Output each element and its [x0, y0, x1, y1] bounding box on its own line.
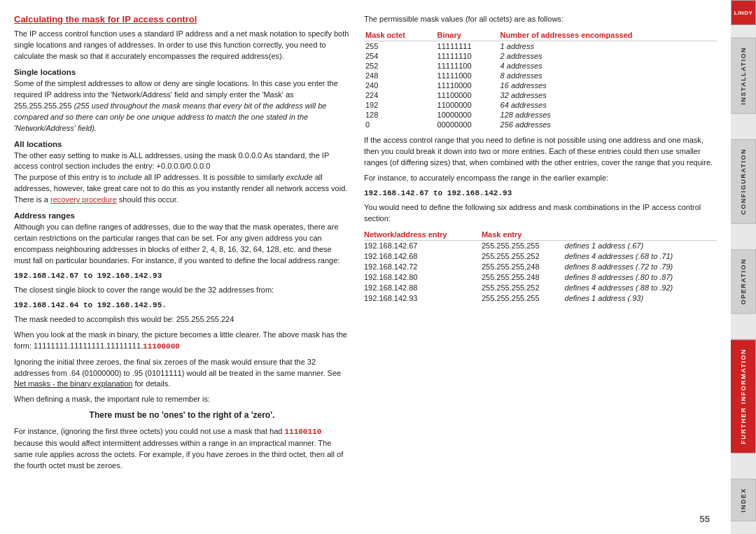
lindy-logo: LINDY — [731, 0, 756, 25]
tab-configuration[interactable]: CONFIGURATION — [731, 139, 756, 224]
all-locations-heading: All locations — [14, 140, 350, 148]
mask-table-row: 0 00000000 256 addresses — [364, 120, 717, 129]
network-desc-cell: defines 4 addresses (.88 to .92) — [565, 283, 717, 293]
sidebar: LINDY INSTALLATIONCONFIGURATIONOPERATION… — [731, 0, 756, 534]
network-table-row: 192.168.142.72 255.255.255.248 defines 8… — [364, 262, 717, 272]
mask-table-row: 192 11000000 64 addresses — [364, 100, 717, 110]
network-addr-cell: 192.168.142.72 — [364, 262, 482, 272]
mask-table-row: 128 10000000 128 addresses — [364, 110, 717, 120]
mask-octet-cell: 192 — [364, 100, 436, 110]
mask-table-header-binary: Binary — [436, 29, 499, 41]
mask-octet-cell: 0 — [364, 120, 436, 129]
network-table-row: 192.168.142.68 255.255.255.252 defines 4… — [364, 251, 717, 262]
mask-binary-cell: 11111111 — [436, 41, 499, 51]
rule-text: There must be no 'ones' to the right of … — [14, 409, 350, 421]
mask-desc-cell: 16 addresses — [499, 80, 717, 90]
network-mask-cell: 255.255.255.255 — [482, 240, 565, 251]
mask-table-row: 248 11111000 8 addresses — [364, 71, 717, 80]
mask-octet-cell: 248 — [364, 71, 436, 80]
tab-operation[interactable]: OPERATION — [731, 249, 756, 314]
network-mask-cell: 255.255.255.248 — [482, 272, 565, 283]
tab-installation[interactable]: INSTALLATION — [731, 38, 756, 114]
mask-octet-cell: 252 — [364, 61, 436, 71]
mask-table-header-addresses: Number of addresses encompassed — [499, 29, 717, 41]
closest-text: The closest single block to cover the ra… — [14, 285, 350, 296]
explanation3: You would need to define the following s… — [364, 202, 717, 225]
mask-binary-cell: 00000000 — [436, 120, 499, 129]
network-desc-cell: defines 1 address (.93) — [565, 293, 717, 304]
network-table: Network/address entry Mask entry 192.168… — [364, 229, 717, 304]
example-range-1: 192.168.142.67 to 192.168.142.93 — [14, 271, 350, 282]
right-column: The permissible mask values (for all oct… — [364, 14, 717, 511]
main-content: Calculating the mask for IP access contr… — [0, 0, 731, 534]
network-addr-cell: 192.168.142.88 — [364, 283, 482, 293]
network-mask-cell: 255.255.255.252 — [482, 251, 565, 262]
address-ranges-body: Although you can define ranges of addres… — [14, 222, 350, 267]
mask-binary-cell: 11110000 — [436, 80, 499, 90]
network-table-row: 192.168.142.88 255.255.255.252 defines 4… — [364, 283, 717, 293]
page-number: 55 — [700, 514, 710, 524]
network-mask-cell: 255.255.255.255 — [482, 293, 565, 304]
mask-desc-cell: 8 addresses — [499, 71, 717, 80]
network-desc-cell: defines 8 addresses (.80 to .87) — [565, 272, 717, 283]
binary-intro-text: When you look at the mask in binary, the… — [14, 330, 350, 353]
right-example-range: 192.168.142.67 to 192.168.142.93 — [364, 188, 717, 199]
mask-octet-cell: 255 — [364, 41, 436, 51]
network-desc-cell: defines 8 addresses (.72 to .79) — [565, 262, 717, 272]
tab-index[interactable]: INDEX — [731, 479, 756, 521]
mask-table-row: 240 11110000 16 addresses — [364, 80, 717, 90]
network-addr-cell: 192.168.142.93 — [364, 293, 482, 304]
mask-desc-cell: 64 addresses — [499, 100, 717, 110]
network-addr-cell: 192.168.142.67 — [364, 240, 482, 251]
permissible-intro: The permissible mask values (for all oct… — [364, 14, 717, 25]
mask-desc-cell: 128 addresses — [499, 110, 717, 120]
mask-table-row: 224 11100000 32 addresses — [364, 90, 717, 100]
mask-desc-cell: 32 addresses — [499, 90, 717, 100]
mask-needed-text: The mask needed to accomplish this would… — [14, 314, 350, 325]
mask-table-row: 254 11111110 2 addresses — [364, 51, 717, 61]
mask-octet-cell: 254 — [364, 51, 436, 61]
mask-binary-cell: 11111110 — [436, 51, 499, 61]
mask-table-row: 252 11111100 4 addresses — [364, 61, 717, 71]
mask-octet-cell: 128 — [364, 110, 436, 120]
mask-binary-cell: 10000000 — [436, 110, 499, 120]
single-locations-heading: Single locations — [14, 68, 350, 76]
network-table-row: 192.168.142.80 255.255.255.248 defines 8… — [364, 272, 717, 283]
address-ranges-heading: Address ranges — [14, 211, 350, 220]
page-footer: 55 — [14, 511, 717, 527]
netmasks-link[interactable]: Net masks - the binary explanation — [14, 379, 132, 388]
explanation2: For instance, to accurately encompass th… — [364, 173, 717, 184]
network-table-row: 192.168.142.93 255.255.255.255 defines 1… — [364, 293, 717, 304]
mask-binary-cell: 11100000 — [436, 90, 499, 100]
network-mask-cell: 255.255.255.252 — [482, 283, 565, 293]
recovery-procedure-link[interactable]: recovery procedure — [50, 195, 117, 204]
network-mask-cell: 255.255.255.248 — [482, 262, 565, 272]
mask-table: Mask octet Binary Number of addresses en… — [364, 29, 717, 129]
network-table-header-desc — [565, 229, 717, 241]
page-title: Calculating the mask for IP access contr… — [14, 14, 350, 24]
network-addr-cell: 192.168.142.80 — [364, 272, 482, 283]
mask-desc-cell: 1 address — [499, 41, 717, 51]
network-addr-cell: 192.168.142.68 — [364, 251, 482, 262]
ignoring-text: Ignoring the initial three zeroes, the f… — [14, 357, 350, 391]
mask-octet-cell: 224 — [364, 90, 436, 100]
mask-desc-cell: 256 addresses — [499, 120, 717, 129]
explanation1: If the access control range that you nee… — [364, 135, 717, 169]
network-table-header-mask: Mask entry — [482, 229, 565, 241]
network-desc-cell: defines 4 addresses (.68 to .71) — [565, 251, 717, 262]
all-locations-body: The other easy setting to make is ALL ad… — [14, 150, 350, 206]
left-column: Calculating the mask for IP access contr… — [14, 14, 350, 511]
tab-group: INSTALLATIONCONFIGURATIONOPERATIONFURTHE… — [731, 25, 756, 534]
tab-further-information[interactable]: FURTHER INFORMATION — [731, 339, 756, 454]
mask-desc-cell: 4 addresses — [499, 61, 717, 71]
mask-binary-cell: 11000000 — [436, 100, 499, 110]
single-locations-body: Some of the simplest addresses to allow … — [14, 78, 350, 134]
rule-intro-text: When defining a mask, the important rule… — [14, 394, 350, 405]
mask-table-row: 255 11111111 1 address — [364, 41, 717, 51]
network-table-header-addr: Network/address entry — [364, 229, 482, 241]
mask-table-header-octet: Mask octet — [364, 29, 436, 41]
network-desc-cell: defines 1 address (.67) — [565, 240, 717, 251]
mask-desc-cell: 2 addresses — [499, 51, 717, 61]
mask-binary-cell: 11111000 — [436, 71, 499, 80]
intro-text: The IP access control function uses a st… — [14, 29, 350, 62]
